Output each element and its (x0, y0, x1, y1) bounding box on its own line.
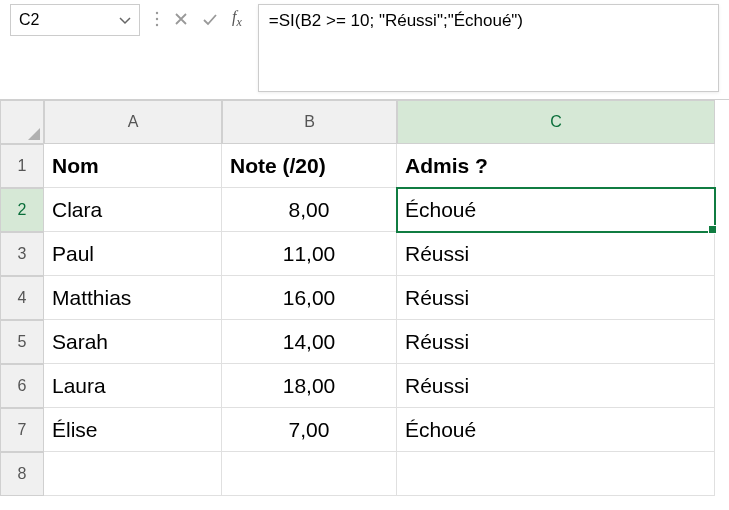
cell-A4[interactable]: Matthias (44, 276, 222, 320)
name-box-value: C2 (19, 11, 39, 29)
cell-B8[interactable] (222, 452, 397, 496)
svg-point-0 (156, 12, 158, 14)
enter-icon[interactable] (202, 12, 218, 26)
row-header-3[interactable]: 3 (0, 232, 44, 276)
row-header-8[interactable]: 8 (0, 452, 44, 496)
cell-C1[interactable]: Admis ? (397, 144, 715, 188)
row-header-1[interactable]: 1 (0, 144, 44, 188)
cell-C3[interactable]: Réussi (397, 232, 715, 276)
svg-point-2 (156, 24, 158, 26)
cell-B4[interactable]: 16,00 (222, 276, 397, 320)
cell-B5[interactable]: 14,00 (222, 320, 397, 364)
formula-input[interactable]: =SI(B2 >= 10; "Réussi";"Échoué") (258, 4, 719, 92)
divider-icon (154, 9, 160, 29)
cell-C2[interactable]: Échoué (397, 188, 715, 232)
cell-B3[interactable]: 11,00 (222, 232, 397, 276)
formula-bar: C2 fx =SI(B2 >= 10; "Réussi";"Échoué") (0, 0, 729, 100)
svg-point-1 (156, 18, 158, 20)
row-header-6[interactable]: 6 (0, 364, 44, 408)
cell-A1[interactable]: Nom (44, 144, 222, 188)
chevron-down-icon[interactable] (119, 11, 131, 29)
name-box[interactable]: C2 (10, 4, 140, 36)
cell-B7[interactable]: 7,00 (222, 408, 397, 452)
cell-A7[interactable]: Élise (44, 408, 222, 452)
spreadsheet-grid: A B C 1 Nom Note (/20) Admis ? 2 Clara 8… (0, 100, 729, 496)
cell-A3[interactable]: Paul (44, 232, 222, 276)
cell-B1[interactable]: Note (/20) (222, 144, 397, 188)
cell-A6[interactable]: Laura (44, 364, 222, 408)
row-header-7[interactable]: 7 (0, 408, 44, 452)
cancel-icon[interactable] (174, 12, 188, 26)
cell-B6[interactable]: 18,00 (222, 364, 397, 408)
col-header-A[interactable]: A (44, 100, 222, 144)
col-header-C[interactable]: C (397, 100, 715, 144)
cell-C8[interactable] (397, 452, 715, 496)
cell-A8[interactable] (44, 452, 222, 496)
formula-text: =SI(B2 >= 10; "Réussi";"Échoué") (269, 11, 523, 30)
select-all-corner[interactable] (0, 100, 44, 144)
row-header-2[interactable]: 2 (0, 188, 44, 232)
cell-C7[interactable]: Échoué (397, 408, 715, 452)
row-header-4[interactable]: 4 (0, 276, 44, 320)
fx-icon[interactable]: fx (232, 8, 242, 30)
cell-B2[interactable]: 8,00 (222, 188, 397, 232)
cell-C5[interactable]: Réussi (397, 320, 715, 364)
cell-C4[interactable]: Réussi (397, 276, 715, 320)
cell-A2[interactable]: Clara (44, 188, 222, 232)
col-header-B[interactable]: B (222, 100, 397, 144)
cell-A5[interactable]: Sarah (44, 320, 222, 364)
row-header-5[interactable]: 5 (0, 320, 44, 364)
cell-C6[interactable]: Réussi (397, 364, 715, 408)
formula-bar-buttons: fx (140, 0, 254, 30)
